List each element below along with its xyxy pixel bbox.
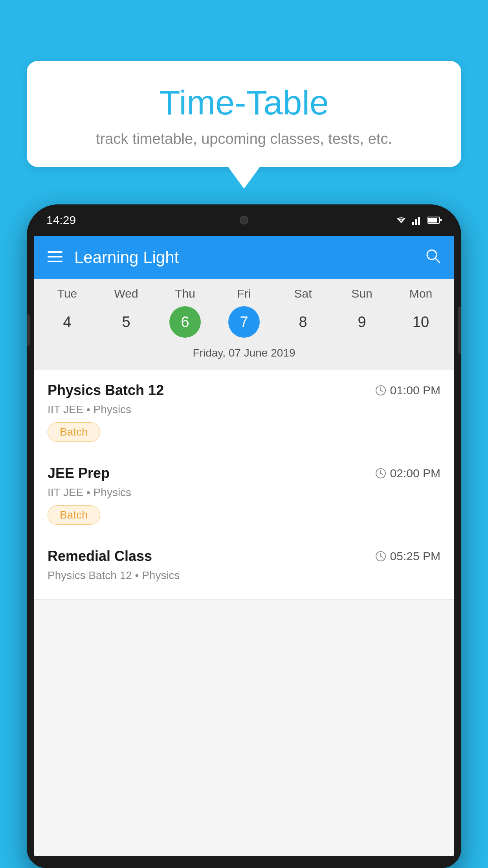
svg-line-16 <box>381 473 383 474</box>
speech-bubble-card: Time-Table track timetable, upcoming cla… <box>27 61 461 167</box>
bubble-arrow <box>228 167 260 189</box>
svg-rect-2 <box>418 217 420 225</box>
schedule-item-3-subtitle: Physics Batch 12 • Physics <box>48 569 440 582</box>
schedule-item-1-subtitle: IIT JEE • Physics <box>48 403 440 416</box>
schedule-item-2-time-text: 02:00 PM <box>390 467 440 480</box>
day-headers: Tue Wed Thu Fri Sat Sun Mon <box>34 287 454 300</box>
signal-icon <box>412 215 423 225</box>
search-icon[interactable] <box>426 248 440 267</box>
schedule-item-2[interactable]: JEE Prep 02:00 PM IIT JEE • Physics Batc… <box>34 453 454 536</box>
schedule-item-2-badge: Batch <box>48 505 100 525</box>
clock-icon-3 <box>375 551 386 562</box>
day-header-sat: Sat <box>287 287 319 300</box>
schedule-item-3-time: 05:25 PM <box>375 550 440 563</box>
speech-bubble-section: Time-Table track timetable, upcoming cla… <box>27 61 461 189</box>
day-numbers: 4 5 6 7 8 9 10 <box>34 306 454 338</box>
day-header-sun: Sun <box>346 287 378 300</box>
day-header-thu: Thu <box>169 287 201 300</box>
svg-rect-7 <box>48 256 62 257</box>
schedule-item-2-title: JEE Prep <box>48 465 110 482</box>
bubble-title: Time-Table <box>50 83 438 123</box>
day-8[interactable]: 8 <box>287 306 319 338</box>
schedule-item-1-header: Physics Batch 12 01:00 PM <box>48 382 440 399</box>
schedule-list: Physics Batch 12 01:00 PM IIT JEE • Phys… <box>34 370 454 600</box>
phone-volume-button <box>27 314 30 346</box>
schedule-item-2-time: 02:00 PM <box>375 467 440 480</box>
app-bar: Learning Light <box>34 236 454 279</box>
day-header-fri: Fri <box>228 287 260 300</box>
schedule-item-3[interactable]: Remedial Class 05:25 PM Physics Batch 12… <box>34 536 454 600</box>
phone-screen: Learning Light Tue Wed Thu Fri Sat Sun M… <box>34 236 454 856</box>
day-6-today[interactable]: 6 <box>169 306 201 338</box>
status-icons <box>395 215 442 225</box>
app-title: Learning Light <box>74 248 426 267</box>
schedule-item-1[interactable]: Physics Batch 12 01:00 PM IIT JEE • Phys… <box>34 370 454 453</box>
schedule-item-3-header: Remedial Class 05:25 PM <box>48 548 440 565</box>
battery-icon <box>427 216 442 224</box>
svg-rect-0 <box>412 222 414 225</box>
selected-date-label: Friday, 07 June 2019 <box>34 344 454 366</box>
schedule-item-3-title: Remedial Class <box>48 548 152 565</box>
day-9[interactable]: 9 <box>346 306 378 338</box>
bubble-subtitle: track timetable, upcoming classes, tests… <box>50 131 438 147</box>
schedule-item-2-subtitle: IIT JEE • Physics <box>48 486 440 499</box>
phone-frame: 14:29 <box>27 204 461 868</box>
day-5[interactable]: 5 <box>110 306 142 338</box>
status-bar: 14:29 <box>27 204 461 236</box>
svg-line-13 <box>381 390 383 392</box>
schedule-item-1-badge: Batch <box>48 422 100 442</box>
svg-line-19 <box>381 556 383 557</box>
clock-icon-2 <box>375 468 386 479</box>
status-time: 14:29 <box>46 213 76 227</box>
svg-rect-1 <box>415 219 417 225</box>
schedule-item-1-title: Physics Batch 12 <box>48 382 164 399</box>
day-10[interactable]: 10 <box>405 306 437 338</box>
schedule-item-3-time-text: 05:25 PM <box>390 550 440 563</box>
schedule-item-1-time: 01:00 PM <box>375 384 440 397</box>
day-4[interactable]: 4 <box>51 306 83 338</box>
day-header-tue: Tue <box>51 287 83 300</box>
clock-icon-1 <box>375 385 386 396</box>
svg-rect-6 <box>48 251 62 253</box>
day-7-selected[interactable]: 7 <box>228 306 260 338</box>
phone-power-button <box>458 307 461 354</box>
svg-rect-4 <box>428 218 437 223</box>
wifi-icon <box>395 215 407 225</box>
day-header-mon: Mon <box>405 287 437 300</box>
hamburger-icon[interactable] <box>48 250 62 265</box>
schedule-item-1-time-text: 01:00 PM <box>390 384 440 397</box>
schedule-item-2-header: JEE Prep 02:00 PM <box>48 465 440 482</box>
svg-rect-5 <box>440 219 442 221</box>
day-header-wed: Wed <box>110 287 142 300</box>
calendar-strip: Tue Wed Thu Fri Sat Sun Mon 4 5 6 7 8 9 … <box>34 279 454 370</box>
svg-line-10 <box>435 258 440 263</box>
svg-rect-8 <box>48 261 62 262</box>
